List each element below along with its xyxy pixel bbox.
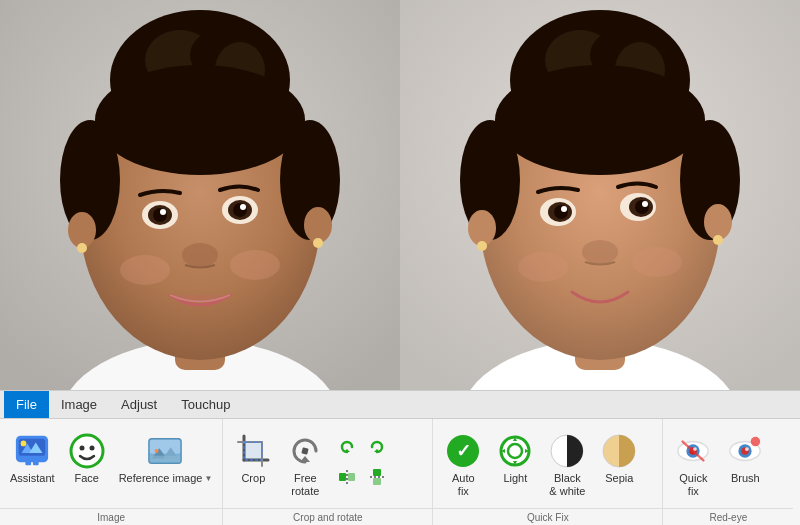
svg-point-86: [501, 437, 529, 465]
assistant-label: Assistant: [10, 472, 55, 485]
menu-touchup[interactable]: Touchup: [169, 391, 242, 418]
svg-rect-82: [373, 478, 381, 485]
section-image-content: Assistant Face: [0, 423, 222, 508]
section-image-label: Image: [0, 508, 222, 525]
section-quick-fix-content: ✓ Autofix: [433, 423, 662, 508]
face-button[interactable]: Face: [61, 429, 113, 489]
reference-image-label: Reference image ▼: [119, 472, 213, 485]
svg-rect-64: [150, 440, 180, 454]
svg-point-45: [582, 240, 618, 264]
section-quick-fix: ✓ Autofix: [433, 419, 663, 525]
menu-bar: File Image Adjust Touchup: [0, 391, 800, 419]
section-crop-rotate: Crop Freerotate: [223, 419, 433, 525]
photo-panel-right: [400, 0, 800, 390]
section-crop-label: Crop and rotate: [223, 508, 432, 525]
svg-point-24: [77, 243, 87, 253]
svg-rect-57: [26, 460, 32, 465]
svg-point-61: [89, 446, 94, 451]
quick-fix-eye-button[interactable]: Quickfix: [667, 429, 719, 502]
sepia-button[interactable]: Sepia: [593, 429, 645, 489]
svg-point-40: [561, 206, 567, 212]
svg-rect-75: [302, 447, 309, 454]
face-label: Face: [74, 472, 98, 485]
free-rotate-button[interactable]: Freerotate: [279, 429, 331, 502]
svg-point-20: [120, 255, 170, 285]
svg-rect-79: [348, 473, 355, 481]
reference-image-button[interactable]: Reference image ▼: [113, 429, 219, 489]
svg-point-48: [468, 210, 496, 246]
svg-point-98: [745, 447, 749, 451]
photo-panel-left: [0, 0, 400, 390]
svg-point-10: [95, 65, 305, 175]
svg-rect-67: [150, 456, 180, 463]
menu-adjust[interactable]: Adjust: [109, 391, 169, 418]
brush-label: Brush: [731, 472, 760, 485]
svg-point-14: [160, 209, 166, 215]
svg-point-56: [21, 441, 27, 447]
reference-image-dropdown: ▼: [204, 474, 212, 484]
svg-point-49: [704, 204, 732, 240]
quick-fix-eye-icon: [675, 433, 711, 469]
svg-point-60: [79, 446, 84, 451]
section-red-eye-content: Quickfix: [663, 423, 793, 508]
menu-file[interactable]: File: [4, 391, 49, 418]
section-red-eye-label: Red-eye: [663, 508, 793, 525]
svg-point-18: [240, 204, 246, 210]
auto-fix-button[interactable]: ✓ Autofix: [437, 429, 489, 502]
auto-fix-icon: ✓: [445, 433, 481, 469]
light-button[interactable]: Light: [489, 429, 541, 489]
black-white-button[interactable]: Black& white: [541, 429, 593, 502]
svg-point-50: [477, 241, 487, 251]
section-quick-fix-label: Quick Fix: [433, 508, 662, 525]
svg-marker-74: [300, 456, 310, 462]
reference-image-icon: [147, 433, 183, 469]
toolbar-area: File Image Adjust Touchup: [0, 390, 800, 525]
svg-rect-81: [373, 469, 381, 476]
crop-icon: [235, 433, 271, 469]
svg-point-68: [155, 449, 159, 453]
svg-point-46: [518, 252, 568, 282]
crop-button[interactable]: Crop: [227, 429, 279, 489]
assistant-button[interactable]: Assistant: [4, 429, 61, 489]
svg-point-99: [751, 437, 760, 446]
svg-point-25: [313, 238, 323, 248]
section-red-eye: Quickfix: [663, 419, 793, 525]
brush-button[interactable]: Brush: [719, 429, 771, 489]
svg-point-19: [182, 243, 218, 267]
rotate-left-button[interactable]: [333, 433, 361, 461]
brush-icon: [727, 433, 763, 469]
svg-text:✓: ✓: [456, 441, 471, 461]
crop-label: Crop: [241, 472, 265, 485]
face-icon: [69, 433, 105, 469]
sepia-label: Sepia: [605, 472, 633, 485]
rotate-right-button[interactable]: [363, 433, 391, 461]
svg-rect-78: [339, 473, 346, 481]
photo-area: [0, 0, 800, 390]
tools-row: Assistant Face: [0, 419, 800, 525]
svg-point-51: [713, 235, 723, 245]
free-rotate-icon: [287, 433, 323, 469]
flip-vertical-button[interactable]: [363, 463, 391, 491]
svg-rect-73: [244, 442, 262, 460]
black-white-label: Black& white: [549, 472, 585, 498]
menu-image[interactable]: Image: [49, 391, 109, 418]
svg-point-23: [304, 207, 332, 243]
light-label: Light: [503, 472, 527, 485]
quick-fix-eye-label: Quickfix: [679, 472, 707, 498]
auto-fix-label: Autofix: [452, 472, 475, 498]
svg-point-36: [495, 65, 705, 175]
section-image: Assistant Face: [0, 419, 223, 525]
svg-rect-58: [33, 460, 39, 465]
flip-horizontal-button[interactable]: [333, 463, 361, 491]
svg-point-21: [230, 250, 280, 280]
free-rotate-label: Freerotate: [291, 472, 319, 498]
svg-point-59: [71, 435, 103, 467]
black-white-icon: [549, 433, 585, 469]
assistant-icon: [14, 433, 50, 469]
svg-point-47: [632, 247, 682, 277]
section-crop-content: Crop Freerotate: [223, 423, 432, 508]
light-icon: [497, 433, 533, 469]
sepia-icon: [601, 433, 637, 469]
svg-point-22: [68, 212, 96, 248]
extra-rotate-tools: [331, 429, 393, 491]
